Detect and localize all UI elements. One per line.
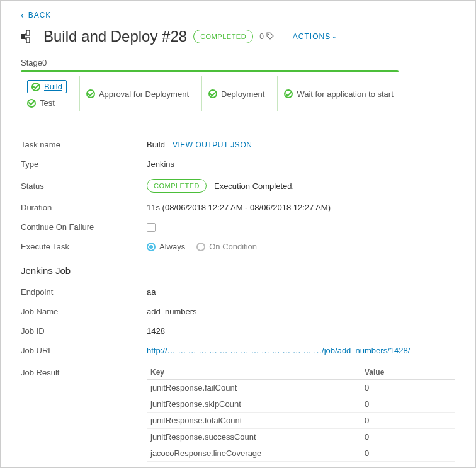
- result-value: 0: [365, 465, 451, 468]
- value-job-name: add_numbers: [147, 307, 197, 316]
- label-status: Status: [21, 181, 147, 191]
- divider: [1, 123, 475, 123]
- tag-count[interactable]: 0: [259, 32, 274, 42]
- result-value: 0: [365, 399, 451, 409]
- svg-rect-1: [26, 30, 30, 35]
- result-key: junitResponse.totalCount: [150, 416, 365, 425]
- table-row: jacocoResponse.classCoverage0: [147, 462, 455, 468]
- actions-label: ACTIONS: [293, 32, 331, 41]
- task-label: Build: [44, 82, 62, 91]
- label-duration: Duration: [21, 203, 147, 212]
- back-link[interactable]: ‹ BACK: [21, 11, 51, 20]
- view-output-json-link[interactable]: VIEW OUTPUT JSON: [173, 140, 252, 149]
- job-url-link[interactable]: http://… … … … … … … … … … … … … … …/job…: [147, 346, 410, 355]
- label-execute-task: Execute Task: [21, 242, 147, 251]
- task-label: Deployment: [221, 89, 264, 99]
- stage-label: Stage0: [21, 58, 455, 70]
- task-label: Approval for Deployment: [99, 89, 189, 99]
- radio-label: Always: [159, 242, 185, 251]
- status-badge: COMPLETED: [193, 30, 253, 43]
- result-value: 0: [365, 416, 451, 425]
- radio-icon: [196, 243, 205, 251]
- label-type: Type: [21, 159, 147, 169]
- result-key: junitResponse.failCount: [150, 383, 365, 392]
- radio-label: On Condition: [209, 242, 257, 251]
- result-key: jacocoResponse.classCoverage: [150, 465, 365, 468]
- table-row: jacocoResponse.lineCoverage0: [147, 445, 455, 462]
- chevron-down-icon: ⌄: [332, 33, 337, 40]
- chevron-left-icon: ‹: [21, 11, 25, 20]
- table-row: junitResponse.skipCount0: [147, 396, 455, 413]
- value-endpoint: aa: [147, 287, 156, 297]
- result-key: jacocoResponse.lineCoverage: [150, 448, 365, 458]
- actions-dropdown[interactable]: ACTIONS ⌄: [293, 32, 337, 41]
- svg-rect-2: [26, 38, 30, 43]
- value-task-name: Build: [147, 140, 165, 149]
- result-head-key: Key: [150, 368, 365, 377]
- task-test[interactable]: Test: [27, 98, 67, 108]
- jenkins-job-header: Jenkins Job: [21, 265, 455, 276]
- value-status-text: Execution Completed.: [214, 181, 294, 191]
- value-duration: 11s (08/06/2018 12:27 AM - 08/06/2018 12…: [147, 203, 331, 212]
- result-key: junitResponse.skipCount: [150, 399, 365, 409]
- page-title: Build and Deploy #28: [43, 28, 187, 45]
- label-job-url: Job URL: [21, 346, 147, 355]
- execute-task-always-radio[interactable]: Always: [147, 242, 185, 251]
- status-badge: COMPLETED: [147, 179, 207, 193]
- label-job-id: Job ID: [21, 326, 147, 336]
- svg-point-5: [268, 33, 269, 35]
- tag-count-value: 0: [259, 32, 264, 41]
- task-wait-app[interactable]: Wait for application to start: [284, 89, 393, 99]
- result-value: 0: [365, 432, 451, 442]
- value-job-id: 1428: [147, 326, 165, 336]
- label-continue-on-failure: Continue On Failure: [21, 222, 147, 232]
- table-row: junitResponse.failCount0: [147, 380, 455, 396]
- radio-icon: [147, 243, 156, 251]
- result-head-value: Value: [365, 368, 451, 377]
- table-row: junitResponse.totalCount0: [147, 413, 455, 429]
- label-job-name: Job Name: [21, 307, 147, 316]
- execute-task-on-condition-radio[interactable]: On Condition: [196, 242, 257, 251]
- result-value: 0: [365, 448, 451, 458]
- task-approval[interactable]: Approval for Deployment: [86, 89, 189, 99]
- pipeline-icon: [21, 28, 37, 45]
- tasks-row: Build Test Approval for Deployment Deplo…: [21, 76, 455, 111]
- value-type: Jenkins: [147, 159, 174, 169]
- task-label: Test: [40, 98, 55, 108]
- check-icon: [27, 99, 36, 108]
- job-result-table: Key Value junitResponse.failCount0junitR…: [147, 365, 455, 468]
- check-icon: [208, 89, 217, 98]
- result-value: 0: [365, 383, 451, 392]
- label-endpoint: Endpoint: [21, 287, 147, 297]
- label-task-name: Task name: [21, 140, 147, 149]
- task-label: Wait for application to start: [297, 89, 393, 99]
- table-row: junitResponse.successCount0: [147, 429, 455, 445]
- stage-progress-bar: [21, 70, 399, 72]
- continue-on-failure-checkbox[interactable]: [147, 223, 156, 232]
- check-icon: [284, 89, 293, 98]
- check-icon: [86, 89, 95, 98]
- task-build[interactable]: Build: [27, 80, 67, 93]
- label-job-result: Job Result: [21, 365, 147, 377]
- tag-icon: [266, 32, 274, 42]
- check-icon: [31, 83, 40, 91]
- back-label: BACK: [28, 11, 52, 20]
- svg-rect-0: [21, 34, 25, 39]
- result-key: junitResponse.successCount: [150, 432, 365, 442]
- task-deployment[interactable]: Deployment: [208, 89, 264, 99]
